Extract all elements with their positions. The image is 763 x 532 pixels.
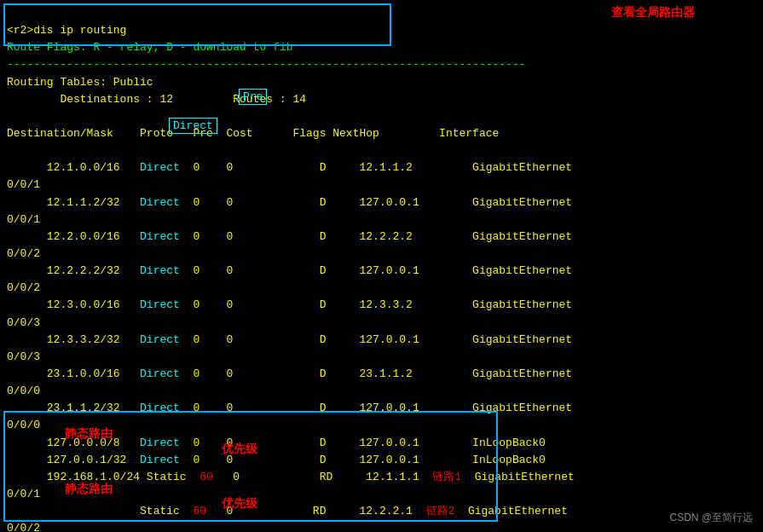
row-4: 12.2.2.2/32 Direct 0 0 D 127.0.0.1 Gigab… [7, 264, 572, 277]
row-2: 12.1.1.2/32 Direct 0 0 D 127.0.0.1 Gigab… [7, 196, 572, 209]
direct-annotation: Direct [169, 118, 217, 134]
row-1: 12.1.0.0/16 Direct 0 0 D 12.1.1.2 Gigabi… [7, 161, 572, 174]
view-router-button[interactable]: 查看全局路由器 [611, 5, 695, 20]
row-11-iface: 0/0/1 [7, 488, 40, 500]
row-3: 12.2.0.0/16 Direct 0 0 D 12.2.2.2 Gigabi… [7, 230, 572, 243]
row-12: Static 60 0 RD 12.2.2.1 链路2 GigabitEther… [7, 505, 568, 518]
row-10: 127.0.0.1/32 Direct 0 0 D 127.0.0.1 InLo… [7, 454, 546, 466]
flags-line: Route Flags: R - relay, D - download to … [7, 41, 292, 54]
command-line: <r2>dis ip routing [7, 24, 126, 37]
watermark: CSDN @至简行远 [669, 511, 753, 525]
row-8: 23.1.1.2/32 Direct 0 0 D 127.0.0.1 Gigab… [7, 402, 572, 414]
separator: ----------------------------------------… [7, 58, 526, 71]
row-5-iface: 0/0/3 [7, 316, 40, 329]
table-title: Routing Tables: Public [7, 76, 153, 89]
row-1-iface: 0/0/1 [7, 178, 40, 191]
priority-annotation-2: 优先级 [222, 496, 257, 512]
row-7-iface: 0/0/0 [7, 385, 40, 397]
row-6-iface: 0/0/3 [7, 350, 40, 363]
table-header: Destination/Mask Proto Pre Cost Flags Ne… [7, 127, 499, 140]
terminal-output: <r2>dis ip routing Route Flags: R - rela… [0, 0, 763, 532]
row-5: 12.3.0.0/16 Direct 0 0 D 12.3.3.2 Gigabi… [7, 298, 572, 311]
pre-annotation: Pre [239, 89, 267, 105]
row-4-iface: 0/0/2 [7, 281, 40, 294]
row-2-iface: 0/0/1 [7, 213, 40, 226]
row-3-iface: 0/0/2 [7, 247, 40, 260]
row-6: 12.3.3.2/32 Direct 0 0 D 127.0.0.1 Gigab… [7, 333, 572, 346]
row-7: 23.1.0.0/16 Direct 0 0 D 23.1.1.2 Gigabi… [7, 367, 572, 380]
row-12-iface: 0/0/2 [7, 522, 40, 532]
static-route-annotation-1: 静态路由 [65, 426, 113, 442]
priority-annotation-1: 优先级 [222, 442, 257, 457]
row-8-iface: 0/0/0 [7, 419, 40, 431]
static-route-annotation-2: 静态路由 [65, 482, 113, 497]
